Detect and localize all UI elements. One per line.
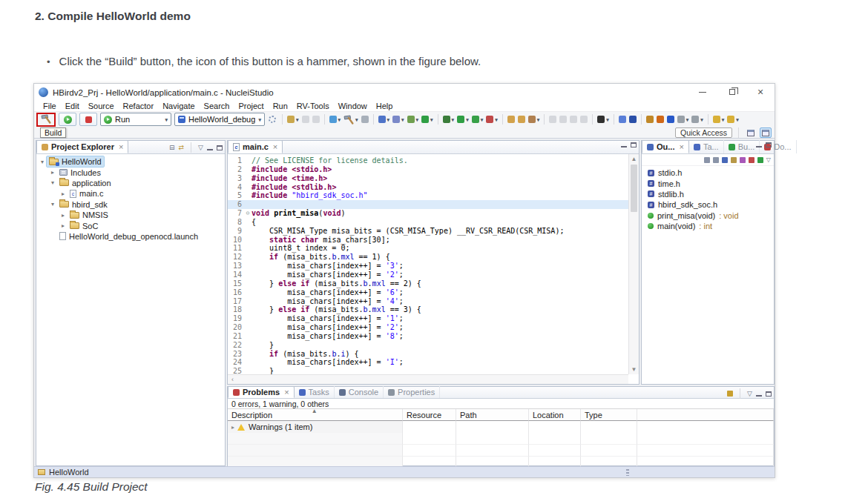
view-menu-icon[interactable]: ▽ (198, 144, 203, 151)
menu-file[interactable]: File (39, 102, 61, 110)
profile-icon[interactable]: ▾ (470, 113, 485, 126)
forward-nav-icon[interactable]: ▾ (726, 113, 740, 126)
launch-run-button[interactable] (59, 113, 76, 126)
scroll-up-icon[interactable]: ▲ (629, 156, 639, 162)
column-header-location[interactable]: Location (529, 409, 581, 421)
next-annotation-icon[interactable] (548, 113, 558, 126)
menu-search[interactable]: Search (200, 102, 234, 110)
build-button[interactable] (36, 113, 56, 127)
hide-static-icon[interactable] (740, 157, 746, 163)
minimize-icon[interactable] (756, 142, 762, 147)
code-area[interactable]: 1// See LICENSE for license details.2#in… (228, 154, 628, 374)
minimize-icon[interactable] (621, 142, 627, 147)
hier-layout-icon[interactable]: ▾ (690, 113, 705, 126)
status-grip[interactable] (626, 469, 629, 476)
vertical-scrollbar[interactable]: ▲ ▼ (628, 154, 639, 374)
close-button[interactable]: × (748, 84, 773, 100)
web-browser-icon[interactable] (665, 113, 676, 126)
view-menu-icon[interactable]: ▽ (766, 156, 771, 163)
sort-icon[interactable] (722, 157, 728, 163)
link-with-editor-icon[interactable] (757, 157, 763, 163)
menu-rv-tools[interactable]: RV-Tools (292, 102, 334, 110)
filter-icon[interactable] (727, 391, 733, 397)
rv-tools-icon[interactable] (655, 113, 665, 126)
new-file-icon[interactable]: ▾ (406, 113, 421, 126)
menu-source[interactable]: Source (84, 102, 119, 110)
close-icon[interactable]: × (273, 142, 277, 151)
scrollbar-thumb[interactable] (631, 165, 637, 212)
menu-window[interactable]: Window (334, 102, 372, 110)
tab-problems[interactable]: Problems× (228, 386, 295, 398)
prev-annotation-icon[interactable] (558, 113, 568, 126)
last-edit-location-icon[interactable] (568, 113, 579, 126)
new-c-project-icon[interactable]: ▾ (377, 113, 392, 126)
menu-navigate[interactable]: Navigate (158, 102, 199, 110)
menu-project[interactable]: Project (234, 102, 268, 110)
tab-bu[interactable]: Bu... (724, 140, 760, 153)
perspective-c-cpp-button[interactable] (760, 127, 772, 138)
column-header-resource[interactable]: Resource (403, 409, 456, 421)
hide-fields-icon[interactable] (731, 157, 737, 163)
hide-non-public-icon[interactable] (749, 157, 754, 163)
minimize-icon[interactable] (207, 145, 213, 150)
perspective-debug-button[interactable] (745, 127, 757, 138)
tab-tasks[interactable]: Tasks (295, 386, 335, 398)
link-with-editor-icon[interactable]: ⇄ (179, 144, 185, 151)
maximize-icon[interactable] (766, 391, 772, 397)
minimize-icon[interactable] (756, 391, 762, 397)
column-header-path[interactable]: Path (456, 409, 529, 421)
tab-properties[interactable]: Properties (384, 386, 440, 398)
column-header-description[interactable]: Description▲ (228, 409, 403, 421)
format-icon[interactable]: ▾ (527, 113, 542, 126)
tree-item-soc[interactable]: ▸SoC (36, 220, 225, 231)
stop-button[interactable] (79, 113, 97, 126)
tab-ou[interactable]: Ou...× (642, 140, 689, 153)
make-target-icon[interactable]: ▾ (420, 113, 435, 126)
build-all-icon[interactable]: ▾ (342, 113, 360, 126)
tab-console[interactable]: Console (335, 386, 384, 398)
tab-main-c[interactable]: c main.c × (228, 140, 283, 153)
back-nav-icon[interactable]: ▾ (711, 113, 726, 126)
refresh-icon[interactable] (645, 113, 655, 126)
collapse-all-icon[interactable] (713, 157, 719, 163)
memory-icon[interactable]: ▾ (484, 113, 499, 126)
menu-run[interactable]: Run (269, 102, 292, 110)
tree-item-application[interactable]: ▾application (36, 178, 225, 188)
import-project-icon[interactable] (516, 113, 527, 126)
collapse-all-icon[interactable]: ⊟ (169, 144, 175, 151)
menu-help[interactable]: Help (372, 102, 398, 110)
outline-item-time-h[interactable]: #time.h (642, 178, 774, 188)
tree-item-includes[interactable]: ▸Includes (36, 167, 225, 177)
outline-item-stdio-h[interactable]: #stdio.h (642, 168, 774, 178)
run-icon[interactable]: ▾ (456, 113, 470, 126)
column-header-type[interactable]: Type (581, 409, 637, 421)
gear-icon[interactable] (269, 116, 276, 123)
build-file-icon[interactable] (360, 113, 370, 126)
close-icon[interactable]: × (119, 142, 123, 151)
outline-item-main-void[interactable]: main(void) : int (642, 221, 774, 231)
maximize-icon[interactable] (217, 145, 223, 150)
view-menu-icon[interactable]: ▽ (747, 390, 752, 397)
maximize-icon[interactable] (631, 142, 637, 147)
warnings-group-cell[interactable]: ▸Warnings (1 item) (228, 421, 403, 433)
menu-refactor[interactable]: Refactor (119, 102, 159, 110)
flat-layout-icon[interactable]: ▾ (676, 113, 691, 126)
tree-item-helloworld[interactable]: ▾HelloWorld (36, 156, 225, 167)
horizontal-scrollbar[interactable]: ‹ (228, 374, 628, 384)
expand-all-icon[interactable] (704, 157, 710, 163)
outline-item-stdlib-h[interactable]: #stdlib.h (642, 189, 774, 199)
warnings-row[interactable]: ▸Warnings (1 item) (228, 421, 774, 433)
launch-config-combo[interactable]: HelloWorld_debug_o ▾ (174, 113, 265, 126)
open-project-icon[interactable] (506, 113, 516, 126)
skip-breakpoints-icon[interactable]: ▾ (328, 113, 343, 126)
remote-terminal-icon[interactable] (617, 113, 628, 126)
pointer-mode-icon[interactable] (628, 113, 638, 126)
run-mode-combo[interactable]: Run ▾ (100, 113, 171, 126)
debug-icon[interactable]: ▾ (441, 113, 456, 126)
save-all-icon[interactable] (311, 113, 321, 126)
go-to-line-icon[interactable] (579, 113, 589, 126)
restore-button[interactable] (720, 84, 745, 100)
save-icon[interactable] (300, 113, 311, 126)
new-cpp-class-icon[interactable]: ▾ (391, 113, 406, 126)
menu-edit[interactable]: Edit (61, 102, 84, 110)
